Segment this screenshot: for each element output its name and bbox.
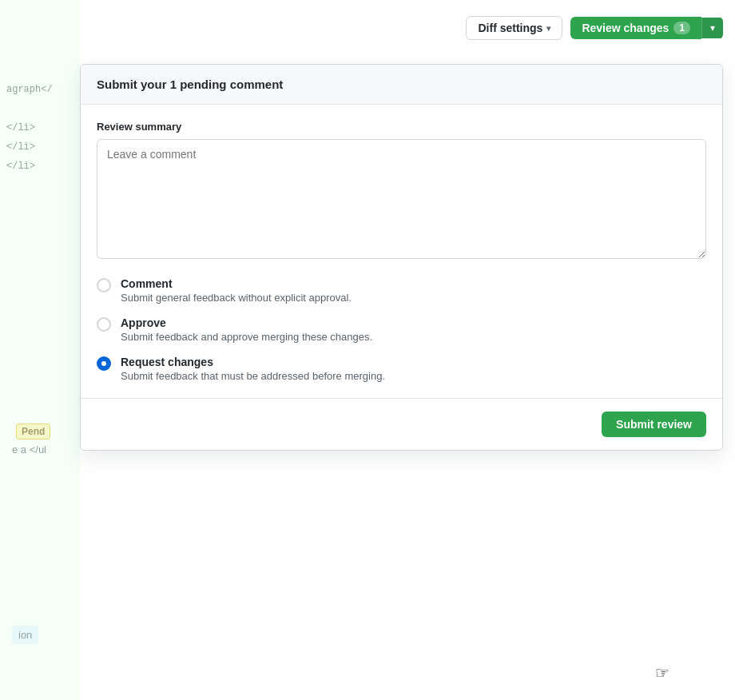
- radio-text-approve: Approve Submit feedback and approve merg…: [121, 316, 372, 343]
- radio-text-comment: Comment Submit general feedback without …: [121, 277, 352, 304]
- submit-review-label: Submit review: [616, 418, 692, 431]
- review-changes-button-group: Review changes 1 ▾: [570, 17, 723, 39]
- review-changes-dropdown-chevron-icon: ▾: [710, 22, 715, 34]
- submit-review-button[interactable]: Submit review: [602, 412, 706, 437]
- comment-textarea[interactable]: [97, 139, 706, 259]
- radio-option-request-changes[interactable]: Request changes Submit feedback that mus…: [97, 356, 706, 382]
- panel-header: Submit your 1 pending comment: [81, 65, 722, 105]
- radio-circle-comment[interactable]: [97, 278, 111, 292]
- radio-desc-approve: Submit feedback and approve merging thes…: [121, 331, 372, 343]
- review-panel: Submit your 1 pending comment Review sum…: [80, 64, 723, 451]
- radio-option-comment[interactable]: Comment Submit general feedback without …: [97, 277, 706, 304]
- diff-settings-chevron-icon: ▾: [546, 24, 550, 33]
- review-changes-dropdown-button[interactable]: ▾: [701, 18, 723, 38]
- review-summary-label: Review summary: [97, 121, 706, 133]
- radio-options: Comment Submit general feedback without …: [97, 277, 706, 382]
- review-changes-count-badge: 1: [673, 22, 690, 34]
- radio-circle-approve[interactable]: [97, 317, 111, 332]
- review-changes-main-button[interactable]: Review changes 1: [570, 17, 701, 39]
- panel-footer: Submit review: [81, 398, 722, 450]
- review-changes-label: Review changes: [582, 22, 669, 34]
- radio-text-request-changes: Request changes Submit feedback that mus…: [121, 356, 385, 382]
- panel-header-title: Submit your 1 pending comment: [97, 78, 283, 91]
- radio-title-approve: Approve: [121, 316, 372, 329]
- radio-desc-comment: Submit general feedback without explicit…: [121, 292, 352, 304]
- top-bar: Diff settings ▾ Review changes 1 ▾: [466, 16, 723, 40]
- radio-option-approve[interactable]: Approve Submit feedback and approve merg…: [97, 316, 706, 343]
- panel-body: Review summary Comment Submit general fe…: [81, 105, 722, 398]
- radio-title-comment: Comment: [121, 277, 352, 290]
- radio-desc-request-changes: Submit feedback that must be addressed b…: [121, 370, 385, 382]
- radio-title-request-changes: Request changes: [121, 356, 385, 368]
- diff-added-bg: [0, 0, 80, 700]
- diff-settings-label: Diff settings: [478, 22, 542, 34]
- diff-settings-button[interactable]: Diff settings ▾: [466, 16, 562, 40]
- radio-circle-request-changes[interactable]: [97, 356, 111, 371]
